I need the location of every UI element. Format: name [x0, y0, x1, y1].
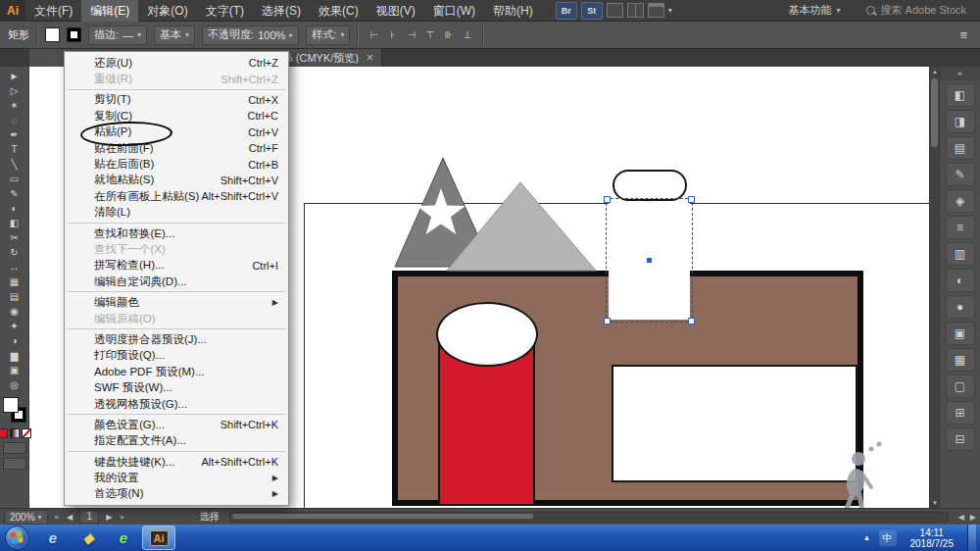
scroll-right-icon[interactable]: ▶	[970, 513, 976, 522]
stroke-swatch[interactable]	[67, 27, 81, 42]
scroll-left-icon[interactable]: ◀	[958, 513, 964, 522]
gradient-panel-icon[interactable]: ▥	[946, 242, 975, 266]
menubar-item-4[interactable]: 文字(T)	[197, 0, 253, 22]
selection-anchor[interactable]	[688, 196, 695, 203]
appearance-panel-icon[interactable]: ●	[946, 295, 975, 319]
eyedropper-tool-icon[interactable]: ✦	[3, 319, 26, 333]
stock-search[interactable]: 搜索 Adobe Stock	[866, 3, 966, 18]
hidden-icons-chevron[interactable]: ▲	[863, 533, 871, 542]
symbols-panel-icon[interactable]: ◈	[946, 189, 975, 213]
menubar-item-3[interactable]: 对象(O)	[138, 0, 196, 22]
edit-menu-item-9[interactable]: 在所有画板上粘贴(S)Alt+Shift+Ctrl+V	[65, 188, 288, 204]
menubar-item-1[interactable]: 文件(F)	[25, 0, 81, 22]
language-indicator[interactable]: 中	[879, 530, 897, 546]
brushes-panel-icon[interactable]: ✎	[946, 163, 975, 186]
edit-menu-item-12[interactable]: 查找和替换(E)...	[65, 225, 288, 241]
chimney-selection-marquee[interactable]	[606, 198, 693, 323]
stroke-panel-icon[interactable]: ≡	[946, 216, 975, 239]
edit-menu-item-8[interactable]: 就地粘贴(S)Shift+Ctrl+V	[65, 173, 288, 188]
taskbar-clock[interactable]: 14:11 2018/7/25	[905, 527, 960, 549]
blend-tool-icon[interactable]: ◑	[3, 333, 26, 348]
taskbar-media-app-icon[interactable]: ◆	[72, 526, 105, 550]
free-transform-tool-icon[interactable]: ▦	[3, 275, 26, 289]
chimney-cap-rounded-rect[interactable]	[612, 170, 687, 201]
artboard-tool-icon[interactable]: ▣	[3, 363, 26, 377]
panel-menu-icon[interactable]: ≣	[956, 26, 972, 43]
align-bottom-icon[interactable]: ⊥	[459, 26, 475, 43]
menubar-item-7[interactable]: 视图(V)	[368, 0, 424, 22]
taskbar-internet-explorer-icon[interactable]: e	[36, 526, 70, 550]
taskbar-green-browser-icon[interactable]: e	[107, 526, 140, 550]
edit-menu-item-10[interactable]: 清除(L)	[65, 205, 288, 221]
edit-menu-item-3[interactable]: 剪切(T)Ctrl+X	[65, 92, 288, 108]
scale-tool-icon[interactable]: ↔	[3, 260, 26, 275]
edit-menu-item-22[interactable]: Adobe PDF 预设(M)...	[65, 364, 288, 379]
taskbar-illustrator-icon[interactable]: Ai	[142, 526, 175, 550]
screen-mode-button[interactable]	[3, 458, 26, 470]
horizontal-scroll-thumb[interactable]	[232, 514, 533, 519]
menubar-item-8[interactable]: 窗口(W)	[424, 0, 484, 22]
align-middle-icon[interactable]: ⊪	[440, 26, 457, 43]
pen-tool-icon[interactable]: ✒	[3, 127, 26, 142]
two-up-layout-icon[interactable]	[627, 3, 644, 18]
vertical-scroll-thumb[interactable]	[931, 78, 938, 147]
horizontal-scrollbar[interactable]	[229, 512, 949, 523]
fill-proxy[interactable]	[3, 397, 19, 413]
previous-artboard-button[interactable]: ◀	[66, 513, 74, 522]
edit-menu-item-6[interactable]: 贴在前面(F)Ctrl+F	[65, 140, 288, 156]
rectangle-tool-icon[interactable]: ▭	[3, 172, 26, 186]
color-button[interactable]	[0, 428, 8, 438]
cylinder-top-ellipse[interactable]	[436, 302, 538, 367]
graphic-styles-panel-icon[interactable]: ▣	[946, 322, 975, 345]
magic-wand-tool-icon[interactable]: ✶	[3, 98, 26, 113]
line-segment-tool-icon[interactable]: ╲	[3, 157, 26, 172]
edit-menu-item-4[interactable]: 复制(C)Ctrl+C	[65, 108, 288, 124]
fill-stroke-indicator[interactable]	[2, 396, 27, 426]
pencil-tool-icon[interactable]: ◐	[3, 201, 26, 216]
workspace-switcher[interactable]: 基本功能 ▾	[789, 3, 841, 18]
transparency-panel-icon[interactable]: ◐	[946, 269, 975, 292]
edit-menu-item-15[interactable]: 编辑自定词典(D)...	[65, 274, 288, 289]
edit-menu-item-31[interactable]: 首选项(N)▶	[65, 486, 288, 502]
edit-menu-item-20[interactable]: 透明度拼合器预设(J)...	[65, 331, 288, 347]
vertical-scrollbar[interactable]: ▲ ▼	[929, 67, 939, 508]
menubar-item-5[interactable]: 选择(S)	[253, 0, 310, 22]
style-dropdown[interactable]: 样式: ▾	[306, 25, 350, 45]
gradient-tool-icon[interactable]: ◉	[3, 304, 26, 319]
brush-definition-dropdown[interactable]: 基本 ▾	[154, 25, 195, 45]
selection-anchor[interactable]	[604, 318, 611, 325]
align-right-icon[interactable]: ⊣	[403, 26, 419, 43]
edit-menu-item-7[interactable]: 贴在后面(B)Ctrl+B	[65, 156, 288, 172]
color-guide-panel-icon[interactable]: ◨	[946, 110, 975, 133]
stroke-weight-dropdown[interactable]: 描边: — ▾	[88, 25, 147, 45]
arrange-documents-icon[interactable]	[607, 3, 623, 18]
edit-menu-item-17[interactable]: 编辑颜色▶	[65, 294, 288, 310]
fill-swatch[interactable]	[45, 27, 60, 42]
last-artboard-button[interactable]: »	[119, 513, 124, 522]
artboards-panel-icon[interactable]: ▢	[946, 375, 975, 398]
window-rectangle-shape[interactable]	[612, 365, 858, 482]
artboard-number-field[interactable]: 1	[79, 510, 99, 524]
none-button[interactable]	[22, 428, 31, 438]
edit-menu-item-29[interactable]: 键盘快捷键(K)...Alt+Shift+Ctrl+K	[65, 454, 288, 470]
rotate-tool-icon[interactable]: ↻	[3, 245, 26, 260]
edit-menu-item-14[interactable]: 拼写检查(H)...Ctrl+I	[65, 258, 288, 274]
expand-panels-button[interactable]: «	[940, 67, 980, 80]
opacity-control[interactable]: 不透明度: 100% ▸	[202, 25, 299, 45]
layout-caret-icon[interactable]: ▾	[668, 6, 672, 15]
menubar-item-6[interactable]: 效果(C)	[310, 0, 368, 22]
draw-mode-button[interactable]	[3, 442, 26, 454]
next-artboard-button[interactable]: ▶	[105, 513, 113, 522]
show-desktop-button[interactable]	[967, 525, 976, 551]
close-tab-icon[interactable]: ×	[367, 52, 373, 64]
paintbrush-tool-icon[interactable]: ✎	[3, 186, 26, 201]
grid-layout-icon[interactable]	[648, 3, 664, 18]
align-center-icon[interactable]: ⊦	[384, 26, 401, 43]
menubar-item-9[interactable]: 帮助(H)	[484, 0, 542, 22]
zoom-level-dropdown[interactable]: 200% ▾	[4, 510, 48, 525]
bridge-icon[interactable]: Br	[556, 2, 577, 20]
swatches-panel-icon[interactable]: ▤	[946, 136, 975, 160]
selection-tool-icon[interactable]: ►	[3, 69, 26, 83]
edit-menu-item-24[interactable]: 透视网格预设(G)...	[65, 396, 288, 412]
app-logo[interactable]: Ai	[0, 0, 25, 22]
